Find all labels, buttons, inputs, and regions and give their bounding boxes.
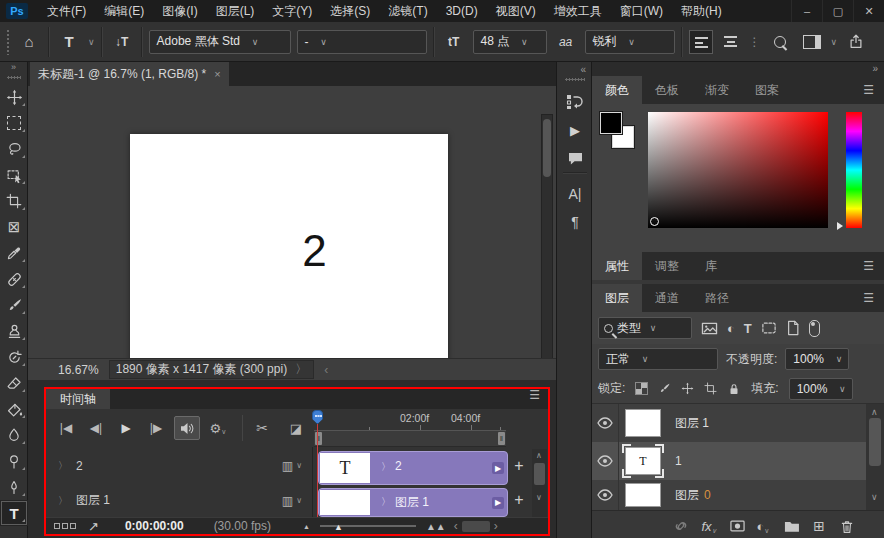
tab-swatches[interactable]: 色板 [642,76,692,104]
scroll-down-icon[interactable]: ∨ [871,492,878,502]
delete-layer-icon[interactable] [836,517,858,535]
drag-grip[interactable] [6,29,10,55]
clip-properties-icon[interactable]: ▶ [492,497,504,509]
menu-file[interactable]: 文件(F) [38,0,95,22]
filter-adjustment-layers-icon[interactable]: ◐ [727,321,735,336]
workspace-icon[interactable] [799,29,825,55]
color-saturation-field[interactable] [648,112,828,228]
tab-paths[interactable]: 路径 [692,284,742,312]
history-panel-icon[interactable] [557,90,593,114]
hue-slider[interactable] [846,112,862,228]
panel-menu-icon[interactable]: ☰ [529,393,540,397]
visibility-eye-icon[interactable] [592,442,619,480]
timeline-clip-layer1[interactable]: 〉 图层 1 ▶ [318,488,508,517]
tool-crop[interactable] [0,188,28,214]
canvas-document[interactable]: 2 [130,134,448,369]
notes-panel-icon[interactable] [557,146,593,170]
vertical-scrollbar[interactable]: ∨ [541,114,553,378]
link-layers-icon[interactable] [670,517,692,535]
zoom-level[interactable]: 16.67% [58,363,99,377]
track-row-layer1[interactable]: 〉 图层 1 ▥∨ [46,484,312,518]
layers-scrollbar[interactable]: ∧ ∨ [866,404,884,510]
align-left-button[interactable] [689,30,713,54]
timeline-tab[interactable]: 时间轴 [46,389,110,409]
tab-channels[interactable]: 通道 [642,284,692,312]
tool-pen[interactable] [0,474,28,500]
scrollbar-thumb[interactable] [462,521,490,532]
align-center-button[interactable] [719,30,743,54]
lock-all-icon[interactable] [727,382,741,396]
app-logo[interactable]: Ps [6,3,28,19]
filtering-toggle[interactable] [809,320,820,337]
hue-slider-pointer[interactable] [837,222,843,230]
next-frame-button[interactable]: |▶ [144,417,168,439]
add-media-button[interactable]: + [508,489,530,511]
share-icon[interactable] [843,29,869,55]
transition-icon[interactable]: ◪ [284,417,308,439]
filter-shape-layers-icon[interactable] [761,321,777,335]
play-button[interactable]: ▶ [114,417,138,439]
minimize-button[interactable]: – [791,0,822,22]
visibility-eye-icon[interactable] [592,404,619,442]
character-panel-icon[interactable]: A| [557,182,593,206]
split-at-playhead-icon[interactable]: ✂ [250,417,274,439]
panel-menu-icon[interactable]: ☰ [863,264,874,268]
color-cursor[interactable] [650,217,659,226]
timeline-clip-text[interactable]: T 〉 2 ▶ [318,451,508,485]
lock-pixels-icon[interactable] [658,382,671,395]
new-layer-icon[interactable]: ⊞ [808,517,830,535]
tab-layers[interactable]: 图层 [592,284,642,312]
search-icon[interactable] [767,29,793,55]
layer-row-layer0[interactable]: 图层 0 [592,480,866,511]
scroll-left-icon[interactable]: ‹ [324,363,328,377]
drag-grip[interactable] [565,78,585,81]
mute-audio-button[interactable] [174,416,200,440]
add-media-button[interactable]: + [508,455,530,477]
layer-name[interactable]: 图层 [675,487,699,504]
current-timecode[interactable]: 0:00:00:00 [125,519,184,533]
adjustment-layer-icon[interactable]: ◐∨ [752,517,774,535]
menu-view[interactable]: 视图(V) [487,0,545,22]
clip-properties-icon[interactable]: ▶ [492,462,504,474]
filter-type-layers-icon[interactable]: T [744,321,752,336]
canvas-pasteboard[interactable]: 2 ∨ [28,86,556,358]
tool-object-selection[interactable] [0,162,28,188]
tool-frame[interactable]: ⊠ [0,214,28,240]
track-row-text[interactable]: 〉 2 ▥∨ [46,447,312,485]
tab-libraries[interactable]: 库 [692,252,730,280]
anti-alias-select[interactable]: 锐利 ∨ [585,30,675,54]
tab-properties[interactable]: 属性 [592,252,642,280]
tool-brush[interactable] [0,292,28,318]
menu-help[interactable]: 帮助(H) [672,0,731,22]
new-group-icon[interactable] [780,517,802,535]
lock-artboard-icon[interactable] [704,382,717,395]
zoom-out-icon[interactable]: ▲ [303,523,310,530]
collapse-panel-icon[interactable]: » [0,62,27,76]
tab-patterns[interactable]: 图案 [742,76,792,104]
scroll-left-icon[interactable]: ‹ [454,519,458,533]
filter-smart-objects-icon[interactable] [786,320,800,336]
chevron-down-icon[interactable]: ∨ [831,37,838,47]
expand-rail-icon[interactable]: « [580,64,586,75]
layer-styles-icon[interactable]: fx∨ [698,517,720,535]
menu-edit[interactable]: 编辑(E) [95,0,153,22]
add-mask-icon[interactable] [726,517,748,535]
document-info[interactable]: 1890 像素 x 1417 像素 (300 ppi) 〉 [109,360,314,379]
more-options-icon[interactable]: ⋮ [749,35,761,49]
menu-plugins[interactable]: 增效工具 [545,0,611,22]
menu-3d[interactable]: 3D(D) [437,0,487,22]
drag-grip[interactable] [0,76,27,84]
scrollbar-thumb[interactable] [543,119,551,177]
tool-paint-bucket[interactable] [0,396,28,422]
opacity-select[interactable]: 100% ∨ [785,348,849,370]
layer-row-text-selected[interactable]: T 1 [592,442,866,481]
lock-position-icon[interactable] [681,382,694,395]
paragraph-panel-icon[interactable]: ¶ [557,210,593,234]
scrollbar-thumb[interactable] [869,418,881,466]
maximize-button[interactable]: ▢ [822,0,853,22]
tool-lasso[interactable] [0,136,28,162]
tool-dodge[interactable] [0,448,28,474]
previous-frame-button[interactable]: ◀| [84,417,108,439]
tool-move[interactable] [0,84,28,110]
video-track-icon[interactable]: ▥∨ [282,494,302,508]
